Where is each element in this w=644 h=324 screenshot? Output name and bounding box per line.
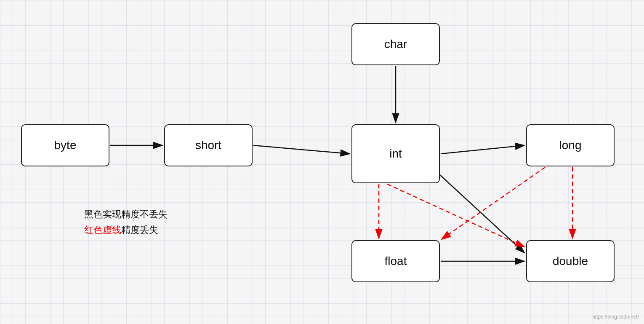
node-float: float <box>351 240 440 282</box>
legend-line1: 黑色实现精度不丢失 <box>84 206 168 222</box>
svg-line-10 <box>442 167 545 239</box>
node-short: short <box>164 124 253 166</box>
node-int: int <box>351 124 440 183</box>
node-char-label: char <box>384 37 407 51</box>
svg-line-3 <box>253 145 350 154</box>
node-byte: byte <box>21 124 109 166</box>
node-byte-label: byte <box>54 139 77 152</box>
node-float-label: float <box>385 254 407 268</box>
watermark: https://blog.csdn.net/ <box>592 314 639 320</box>
node-double: double <box>526 240 615 282</box>
node-long-label: long <box>559 139 582 152</box>
node-int-label: int <box>389 147 402 161</box>
legend-suffix: 精度丢失 <box>121 225 158 235</box>
node-long: long <box>526 124 615 166</box>
svg-line-6 <box>440 175 524 253</box>
legend-line2: 红色虚线精度丢失 <box>84 222 168 238</box>
node-double-label: double <box>553 254 588 268</box>
node-char: char <box>351 23 440 65</box>
svg-line-9 <box>387 184 524 247</box>
node-short-label: short <box>195 139 221 152</box>
legend-red-text: 红色虚线 <box>84 225 121 235</box>
svg-line-5 <box>441 145 524 154</box>
legend: 黑色实现精度不丢失 红色虚线精度丢失 <box>84 206 168 238</box>
